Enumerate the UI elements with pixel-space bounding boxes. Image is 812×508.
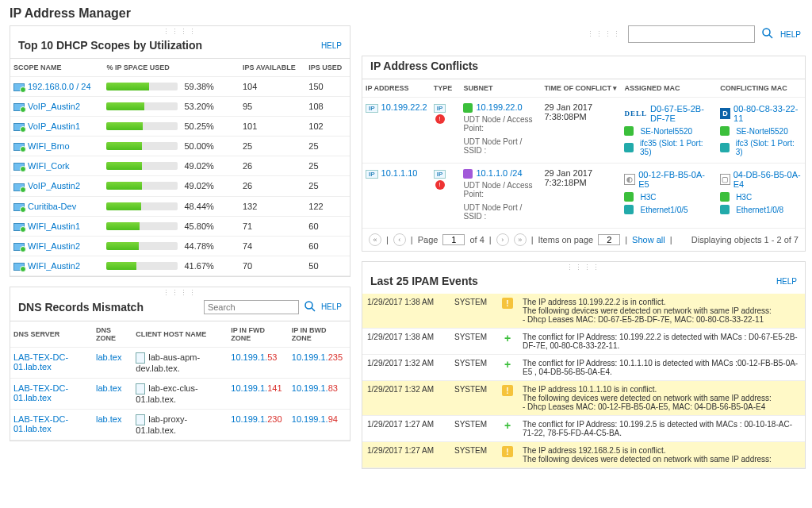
ip-tag-icon: IP (434, 104, 446, 113)
ip-link[interactable]: 10.1.1.10 (381, 168, 418, 178)
col-bwd[interactable]: IP IN BWD ZONE (289, 321, 350, 347)
ips-avail: 25 (239, 137, 305, 156)
col-mac-a[interactable]: ASSIGNED MAC (621, 79, 717, 98)
col-mac-c[interactable]: CONFLICTING MAC (717, 79, 805, 98)
bwd-ip[interactable]: 10.199.1.94 (289, 410, 350, 441)
mac-link[interactable]: 04-DB-56-B5-0A-E4 (733, 170, 802, 189)
device-link[interactable]: SE-Nortel5520 (736, 127, 788, 136)
mac-link[interactable]: D0-67-E5-2B-DF-7E (650, 104, 714, 123)
conflict-badge-icon: ! (435, 114, 445, 124)
table-row: WIFI_Brno 50.00% 25 25 (10, 137, 350, 156)
bwd-ip[interactable]: 10.199.1.235 (289, 347, 350, 378)
first-page-button[interactable]: « (369, 233, 381, 246)
port-link[interactable]: Ethernet1/0/5 (640, 206, 688, 214)
last-page-button[interactable]: » (514, 233, 527, 246)
dhcp-title: Top 10 DHCP Scopes by Utilization (18, 39, 202, 52)
col-avail[interactable]: IPS AVAILABLE (239, 59, 305, 77)
help-link[interactable]: HELP (780, 30, 801, 39)
port-icon (624, 143, 634, 152)
help-link[interactable]: HELP (776, 277, 797, 286)
next-page-button[interactable]: › (496, 233, 509, 246)
mac-link[interactable]: 00-80-C8-33-22-11 (733, 104, 802, 123)
help-link[interactable]: HELP (321, 41, 342, 50)
fwd-ip[interactable]: 10.199.1.230 (228, 410, 289, 441)
scope-link[interactable]: WIFI_Austin1 (28, 221, 80, 231)
event-message: The conflict for IP Address: 10.1.1.10 i… (518, 355, 805, 381)
ips-avail: 104 (239, 77, 305, 97)
display-count: Displaying objects 1 - 2 of 7 (691, 235, 799, 244)
ip-link[interactable]: 10.199.22.2 (381, 102, 427, 112)
col-time[interactable]: TIME OF CONFLICT ▾ (541, 79, 621, 98)
scope-link[interactable]: VoIP_Austin2 (28, 102, 80, 111)
scope-link[interactable]: WIFI_Austin2 (28, 261, 80, 271)
col-server[interactable]: DNS SERVER (10, 321, 93, 347)
show-all-link[interactable]: Show all (632, 235, 665, 244)
fwd-ip[interactable]: 10.199.1.141 (228, 379, 289, 410)
ips-avail: 132 (239, 196, 305, 216)
search-icon[interactable] (761, 27, 774, 41)
util-pct: 49.02% (184, 161, 222, 171)
event-source: SYSTEM (450, 416, 497, 442)
subnet-icon (463, 169, 473, 179)
dns-zone-link[interactable]: lab.tex (93, 379, 132, 410)
col-util[interactable]: % IP SPACE USED (103, 59, 239, 77)
col-type[interactable]: TYPE (431, 79, 461, 98)
col-subnet[interactable]: SUBNET (460, 79, 541, 98)
util-pct: 41.67% (184, 261, 222, 271)
ips-avail: 71 (239, 216, 305, 236)
drag-handle-icon[interactable]: ⋮⋮⋮⋮ (163, 289, 197, 297)
util-pct: 49.02% (184, 181, 222, 190)
prev-page-button[interactable]: ‹ (393, 233, 406, 246)
drag-handle-icon[interactable]: ⋮⋮⋮⋮ (587, 30, 622, 38)
col-host[interactable]: CLIENT HOST NAME (132, 321, 228, 347)
table-row: IP10.1.1.10 IP! 10.1.1.0 /24 UDT Node / … (362, 164, 805, 229)
scope-link[interactable]: WIFI_Cork (28, 161, 70, 171)
scope-link[interactable]: 192.168.0.0 / 24 (28, 82, 91, 91)
dns-zone-link[interactable]: lab.tex (93, 410, 132, 441)
global-search-input[interactable] (628, 25, 755, 43)
col-fwd[interactable]: IP IN FWD ZONE (228, 321, 289, 347)
event-time: 1/29/2017 1:27 AM (362, 416, 450, 442)
port-icon (624, 205, 634, 214)
device-link[interactable]: H3C (640, 193, 656, 202)
port-link[interactable]: ifc35 (Slot: 1 Port: 35) (640, 139, 714, 156)
port-link[interactable]: Ethernet1/0/8 (736, 206, 783, 214)
device-link[interactable]: H3C (736, 193, 752, 202)
scope-link[interactable]: WIFI_Brno (28, 141, 70, 151)
col-ip[interactable]: IP ADDRESS (362, 79, 431, 98)
bwd-ip[interactable]: 10.199.1.83 (289, 379, 350, 410)
search-icon[interactable] (304, 300, 316, 314)
scope-link[interactable]: VoIP_Austin1 (28, 121, 80, 131)
util-pct: 48.44% (184, 202, 222, 211)
col-used[interactable]: IPS USED (305, 59, 350, 77)
dns-server-link[interactable]: LAB-TEX-DC-01.lab.tex (10, 410, 93, 441)
scope-icon (13, 243, 25, 251)
scope-link[interactable]: WIFI_Austin2 (28, 241, 80, 251)
table-row: LAB-TEX-DC-01.lab.tex lab.tex lab-proxy-… (10, 410, 350, 441)
drag-handle-icon[interactable]: ⋮⋮⋮⋮ (566, 264, 601, 271)
subnet-link[interactable]: 10.199.22.0 (476, 102, 522, 112)
dns-zone-link[interactable]: lab.tex (93, 347, 132, 378)
scope-link[interactable]: Curitiba-Dev (28, 202, 76, 211)
dns-server-link[interactable]: LAB-TEX-DC-01.lab.tex (10, 347, 93, 378)
conflicts-table: IP ADDRESS TYPE SUBNET TIME OF CONFLICT … (362, 79, 805, 229)
col-scope[interactable]: SCOPE NAME (10, 59, 103, 77)
events-panel: ⋮⋮⋮⋮ Last 25 IPAM Events HELP 1/29/2017 … (362, 261, 806, 469)
table-row: WIFI_Austin1 45.80% 71 60 (10, 216, 350, 236)
util-bar (106, 142, 178, 150)
event-time: 1/29/2017 1:27 AM (362, 442, 450, 468)
drag-handle-icon[interactable]: ⋮⋮⋮⋮ (163, 28, 197, 36)
col-zone[interactable]: DNS ZONE (93, 321, 132, 347)
fwd-ip[interactable]: 10.199.1.53 (228, 347, 289, 378)
page-input[interactable] (442, 234, 465, 245)
port-link[interactable]: ifc3 (Slot: 1 Port: 3) (736, 139, 802, 156)
subnet-link[interactable]: 10.1.1.0 /24 (476, 168, 522, 178)
scope-icon (13, 263, 25, 271)
items-input[interactable] (598, 234, 620, 245)
dns-server-link[interactable]: LAB-TEX-DC-01.lab.tex (10, 379, 93, 410)
mac-link[interactable]: 00-12-FB-B5-0A-E5 (638, 170, 714, 189)
dns-search-input[interactable] (204, 300, 299, 314)
help-link[interactable]: HELP (321, 302, 342, 311)
scope-link[interactable]: VoIP_Austin2 (28, 181, 80, 190)
device-link[interactable]: SE-Nortel5520 (640, 127, 692, 136)
